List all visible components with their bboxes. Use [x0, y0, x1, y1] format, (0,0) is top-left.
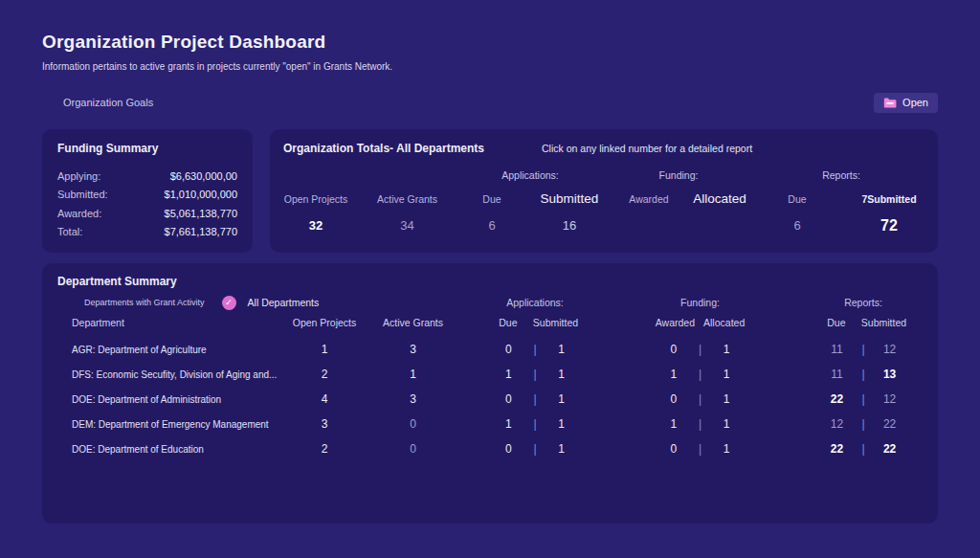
- reports-submitted-value[interactable]: 13: [874, 368, 906, 381]
- table-row: AGR: Department of Agriculture 1 3 0 | 1…: [42, 337, 938, 362]
- folder-open-icon: [883, 98, 897, 108]
- reports-due-value[interactable]: 11: [820, 368, 853, 381]
- open-button-label: Open: [902, 97, 928, 108]
- funding-allocated-value[interactable]: 1: [710, 442, 743, 456]
- separator: |: [699, 417, 702, 431]
- org-totals-column-value[interactable]: 72: [845, 216, 933, 235]
- applications-submitted-value[interactable]: 1: [546, 392, 578, 406]
- applications-submitted-value[interactable]: 1: [546, 417, 578, 431]
- separator: |: [861, 392, 864, 406]
- reports-due-value[interactable]: 12: [820, 417, 853, 431]
- org-totals-column-value[interactable]: 16: [531, 216, 608, 235]
- reports-due-value[interactable]: 22: [820, 392, 853, 406]
- funding-awarded-value[interactable]: 0: [657, 392, 690, 406]
- org-totals-column-label: Awarded: [608, 190, 690, 208]
- org-totals-column-value[interactable]: 32: [270, 216, 362, 235]
- applications-submitted-value[interactable]: 1: [546, 368, 578, 381]
- funding-row-value: $7,661,138,770: [165, 226, 237, 237]
- header-funding-awarded: Awarded: [656, 317, 695, 328]
- active-grants-value[interactable]: 3: [368, 343, 458, 356]
- funding-row-label: Submitted:: [57, 189, 108, 200]
- funding-awarded-value[interactable]: 1: [657, 417, 690, 431]
- separator: |: [533, 417, 536, 431]
- active-grants-value[interactable]: 3: [368, 392, 458, 406]
- page-subtitle: Information pertains to active grants in…: [42, 61, 938, 72]
- department-summary-card: Department Summary Departments with Gran…: [42, 263, 938, 524]
- funding-row-value: $5,061,138,770: [165, 208, 237, 219]
- org-totals-column: Due 6: [453, 190, 531, 235]
- organization-goals-bar: Organization Goals Open: [42, 92, 938, 113]
- funding-allocated-value[interactable]: 1: [710, 417, 743, 431]
- funding-group-label: Funding:: [612, 297, 789, 308]
- org-totals-column-label: Open Projects: [270, 190, 362, 208]
- department-name: AGR: Department of Agriculture: [42, 345, 281, 355]
- active-grants-value[interactable]: 0: [368, 442, 458, 456]
- header-reports-due: Due: [820, 317, 853, 328]
- org-totals-card: Organization Totals- All Departments Cli…: [270, 129, 938, 253]
- open-projects-value[interactable]: 1: [281, 343, 368, 356]
- check-circle-icon[interactable]: ✓: [222, 296, 236, 310]
- org-totals-column-value[interactable]: 6: [749, 216, 845, 235]
- funding-allocated-value[interactable]: 1: [710, 343, 743, 356]
- applications-due-value[interactable]: 0: [492, 343, 524, 356]
- organization-goals-label: Organization Goals: [42, 97, 153, 108]
- reports-submitted-value[interactable]: 12: [874, 392, 906, 406]
- separator: |: [699, 343, 702, 356]
- header-reports-submitted: Submitted: [861, 317, 906, 328]
- reports-due-value[interactable]: 11: [820, 343, 853, 356]
- open-projects-value[interactable]: 3: [281, 417, 368, 431]
- separator: |: [861, 417, 864, 431]
- header-funding-allocated: Allocated: [703, 317, 745, 328]
- funding-summary-title: Funding Summary: [57, 142, 237, 155]
- funding-allocated-value[interactable]: 1: [710, 392, 743, 406]
- org-totals-column-value[interactable]: [690, 216, 749, 235]
- org-totals-column-label: Due: [749, 190, 845, 208]
- funding-awarded-value[interactable]: 1: [657, 368, 690, 381]
- open-projects-value[interactable]: 2: [281, 442, 368, 456]
- reports-submitted-value[interactable]: 22: [874, 417, 906, 431]
- department-name: DOE: Department of Administration: [42, 394, 281, 405]
- header-department: Department: [42, 317, 281, 328]
- department-filter-row: Departments with Grant Activity ✓ All De…: [42, 295, 938, 310]
- org-totals-column-label: Active Grants: [362, 190, 453, 208]
- funding-awarded-value[interactable]: 0: [657, 442, 690, 456]
- separator: |: [533, 368, 536, 381]
- open-status-button[interactable]: Open: [874, 93, 938, 113]
- separator: |: [861, 343, 864, 356]
- funding-summary-list: Applying: $6,630,000,00 Submitted: $1,01…: [57, 167, 237, 241]
- separator: |: [533, 392, 536, 406]
- open-projects-value[interactable]: 4: [281, 392, 368, 406]
- applications-due-value[interactable]: 0: [492, 442, 524, 456]
- reports-group-label: Reports:: [749, 169, 933, 183]
- applications-submitted-value[interactable]: 1: [546, 343, 578, 356]
- funding-awarded-value[interactable]: 0: [657, 343, 690, 356]
- header-applications-due: Due: [492, 317, 524, 328]
- separator: |: [533, 442, 536, 456]
- dashboard-page: Organization Project Dashboard Informati…: [0, 0, 980, 558]
- funding-row: Submitted: $1,010,000,000: [57, 186, 237, 205]
- org-totals-column-label: 7Submitted: [845, 190, 933, 208]
- applications-due-value[interactable]: 0: [492, 392, 524, 406]
- page-title: Organization Project Dashboard: [42, 0, 938, 53]
- reports-submitted-value[interactable]: 12: [874, 343, 906, 356]
- separator: |: [533, 343, 536, 356]
- reports-submitted-value[interactable]: 22: [874, 442, 906, 456]
- filter-departments-with-activity-label: Departments with Grant Activity: [84, 298, 205, 307]
- funding-row: Applying: $6,630,000,00: [57, 167, 237, 186]
- org-totals-columns: Open Projects 32 Active Grants 34 Due 6: [270, 190, 938, 235]
- funding-allocated-value[interactable]: 1: [710, 368, 743, 381]
- funding-row: Awarded: $5,061,138,770: [57, 204, 237, 223]
- org-totals-column-value[interactable]: [608, 216, 690, 235]
- department-name: DEM: Department of Emergency Management: [42, 419, 281, 430]
- org-totals-column-value[interactable]: 6: [453, 216, 531, 235]
- reports-due-value[interactable]: 22: [820, 442, 853, 456]
- open-projects-value[interactable]: 2: [281, 368, 368, 381]
- applications-submitted-value[interactable]: 1: [546, 442, 578, 456]
- active-grants-value[interactable]: 0: [368, 417, 458, 431]
- table-row: DOE: Department of Education 2 0 0 | 1 0…: [42, 436, 938, 461]
- applications-due-value[interactable]: 1: [492, 368, 524, 381]
- separator: |: [699, 368, 702, 381]
- active-grants-value[interactable]: 1: [368, 368, 458, 381]
- org-totals-column-value[interactable]: 34: [362, 216, 453, 235]
- applications-due-value[interactable]: 1: [492, 417, 524, 431]
